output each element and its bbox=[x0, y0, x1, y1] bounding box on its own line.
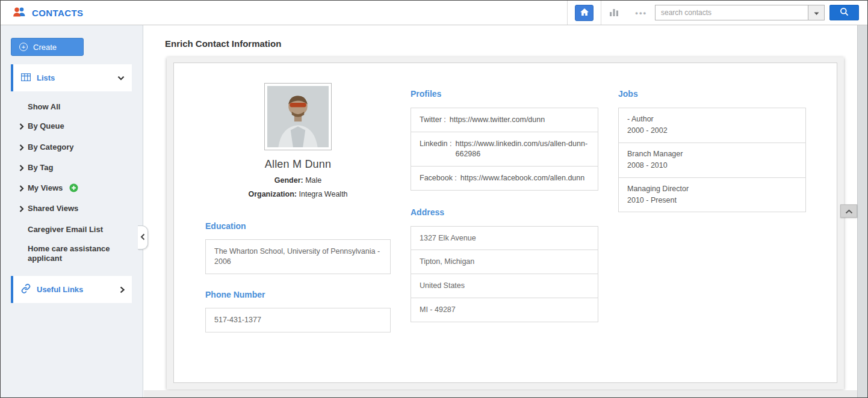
sidebar-item-label: My Views bbox=[28, 183, 63, 193]
contact-gender: Gender: Male bbox=[205, 176, 391, 185]
useful-links-label: Useful Links bbox=[37, 285, 83, 294]
sidebar-item-label: Show All bbox=[28, 102, 60, 112]
sidebar-item-show-all[interactable]: Show All bbox=[28, 97, 143, 117]
chevron-up-icon bbox=[845, 207, 853, 216]
app-brand: CONTACTS bbox=[13, 7, 83, 19]
bar-chart-icon bbox=[609, 8, 619, 18]
contacts-logo-icon bbox=[13, 7, 26, 19]
profiles-section-title: Profiles bbox=[411, 89, 598, 99]
reports-button[interactable] bbox=[609, 8, 619, 18]
gender-label: Gender: bbox=[274, 176, 303, 185]
profile-value: https://www.linkedin.com/us/allen-dunn-6… bbox=[456, 139, 589, 159]
sidebar-item-by-tag[interactable]: By Tag bbox=[19, 158, 143, 179]
search-box bbox=[655, 5, 825, 20]
create-button-label: Create bbox=[33, 43, 57, 52]
education-item: The Wharton School, University of Pennsy… bbox=[205, 239, 391, 274]
sidebar-item-by-queue[interactable]: By Queue bbox=[19, 117, 143, 137]
profile-item-linkedin: Linkedin : https://www.linkedin.com/us/a… bbox=[411, 132, 598, 167]
organization-value: Integra Wealth bbox=[299, 190, 347, 198]
search-button[interactable] bbox=[829, 5, 859, 20]
address-text: Tipton, Michigan bbox=[420, 257, 474, 266]
profile-value: https://www.twitter.com/dunn bbox=[450, 115, 545, 125]
link-icon bbox=[21, 284, 31, 295]
chevron-down-icon bbox=[814, 8, 819, 17]
chevron-right-icon bbox=[120, 286, 125, 293]
sidebar-item-label: Caregiver Email List bbox=[28, 225, 103, 234]
contact-organization: Organization: Integra Wealth bbox=[205, 190, 391, 198]
profile-item-facebook: Facebook : https://www.facebook.com/alle… bbox=[411, 166, 598, 191]
home-button[interactable] bbox=[575, 5, 594, 21]
sidebar-item-label: By Category bbox=[28, 142, 74, 152]
address-item: MI - 49287 bbox=[411, 298, 598, 322]
app-title: CONTACTS bbox=[32, 8, 83, 18]
education-section-title: Education bbox=[205, 221, 391, 231]
sidebar: + Create Lists Show All By Queue By Cate… bbox=[1, 25, 143, 397]
sidebar-item-by-category[interactable]: By Category bbox=[19, 138, 143, 158]
job-years: 2010 - Present bbox=[627, 195, 797, 206]
jobs-list: - Author 2000 - 2002 Branch Manager 2008… bbox=[618, 108, 806, 212]
profile-label: Linkedin : bbox=[420, 139, 452, 159]
sidebar-item-lists[interactable]: Lists bbox=[11, 64, 132, 91]
address-text: United States bbox=[420, 281, 465, 290]
education-text: The Wharton School, University of Pennsy… bbox=[214, 247, 380, 266]
sidebar-item-label: By Tag bbox=[28, 163, 53, 173]
address-list: 1327 Elk Avenue Tipton, Michigan United … bbox=[411, 226, 598, 323]
address-text: MI - 49287 bbox=[420, 305, 456, 314]
job-item: - Author 2000 - 2002 bbox=[618, 108, 806, 143]
profile-label: Twitter : bbox=[420, 115, 446, 125]
phone-item: 517-431-1377 bbox=[205, 308, 391, 332]
jobs-column: Jobs - Author 2000 - 2002 Branch Manager… bbox=[618, 83, 806, 382]
profile-label: Facebook : bbox=[420, 173, 457, 183]
scroll-top-button[interactable] bbox=[840, 204, 857, 218]
create-button[interactable]: + Create bbox=[11, 38, 84, 56]
sidebar-item-label: Shared Views bbox=[28, 204, 78, 213]
phone-section-title: Phone Number bbox=[205, 290, 391, 299]
sidebar-collapse-button[interactable] bbox=[138, 225, 148, 250]
add-view-button[interactable] bbox=[69, 183, 78, 192]
sidebar-item-useful-links[interactable]: Useful Links bbox=[11, 276, 132, 303]
job-title: - Author bbox=[627, 114, 797, 125]
top-bar: CONTACTS ••• bbox=[1, 1, 867, 25]
scrollbar-track[interactable] bbox=[857, 25, 867, 397]
contact-summary-column: Allen M Dunn Gender: Male Organization: … bbox=[205, 83, 391, 382]
job-item: Managing Director 2010 - Present bbox=[618, 177, 806, 213]
address-section-title: Address bbox=[411, 207, 598, 217]
chevron-left-icon bbox=[140, 232, 145, 243]
jobs-section-title: Jobs bbox=[618, 89, 806, 99]
profiles-list: Twitter : https://www.twitter.com/dunn L… bbox=[411, 108, 598, 191]
sidebar-item-home-care-assistance-applicant[interactable]: Home care assistance applicant bbox=[28, 239, 143, 269]
organization-label: Organization: bbox=[248, 190, 297, 198]
page-title: Enrich Contact Information bbox=[165, 38, 857, 49]
search-input[interactable] bbox=[656, 5, 808, 20]
profiles-address-column: Profiles Twitter : https://www.twitter.c… bbox=[411, 83, 598, 382]
sidebar-item-my-views[interactable]: My Views bbox=[19, 179, 143, 199]
search-dropdown-button[interactable] bbox=[808, 5, 824, 20]
contact-name: Allen M Dunn bbox=[205, 158, 391, 171]
bottom-strip bbox=[144, 390, 857, 397]
profile-value: https://www.facebook.com/allen.dunn bbox=[460, 173, 584, 183]
profile-item-twitter: Twitter : https://www.twitter.com/dunn bbox=[411, 108, 598, 132]
job-item: Branch Manager 2008 - 2010 bbox=[618, 142, 806, 178]
home-icon bbox=[580, 8, 589, 18]
sidebar-list: Show All By Queue By Category By Tag My … bbox=[1, 91, 143, 271]
address-item: Tipton, Michigan bbox=[411, 250, 598, 274]
phone-text: 517-431-1377 bbox=[214, 316, 261, 324]
chevron-right-icon bbox=[19, 123, 24, 132]
chevron-right-icon bbox=[19, 144, 24, 153]
job-title: Managing Director bbox=[627, 183, 797, 195]
chevron-right-icon bbox=[19, 164, 24, 174]
job-years: 2000 - 2002 bbox=[627, 125, 797, 136]
contact-card: Allen M Dunn Gender: Male Organization: … bbox=[173, 63, 837, 383]
address-text: 1327 Elk Avenue bbox=[420, 234, 476, 242]
sidebar-item-caregiver-email-list[interactable]: Caregiver Email List bbox=[28, 220, 143, 239]
table-icon bbox=[21, 73, 31, 83]
job-title: Branch Manager bbox=[627, 148, 797, 160]
search-icon bbox=[840, 7, 849, 18]
contact-photo bbox=[264, 83, 332, 150]
sidebar-item-label: By Queue bbox=[28, 121, 64, 131]
address-item: United States bbox=[411, 274, 598, 298]
sidebar-item-shared-views[interactable]: Shared Views bbox=[19, 199, 143, 219]
sidebar-item-label: Home care assistance applicant bbox=[28, 244, 119, 264]
more-options-button[interactable]: ••• bbox=[635, 8, 647, 17]
chevron-down-icon bbox=[117, 76, 125, 81]
